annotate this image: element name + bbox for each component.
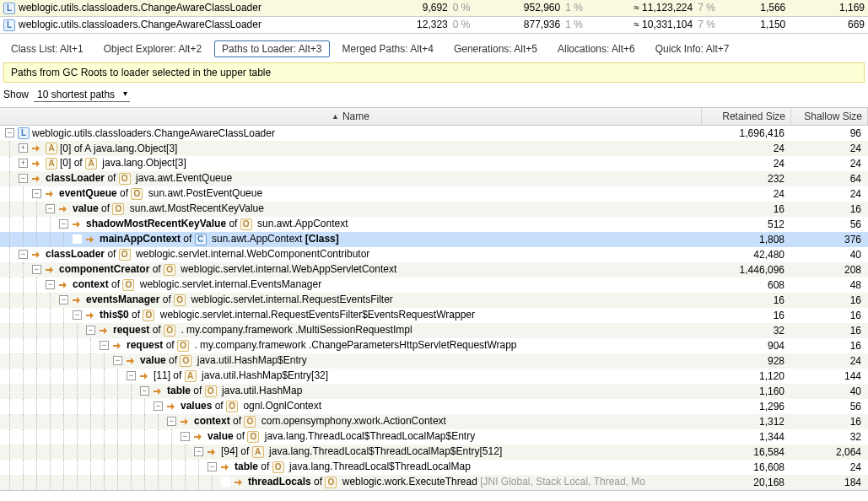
shallow-size: 96 [791,127,868,139]
type-icon: O [164,264,175,276]
collapse-icon[interactable]: − [194,447,203,456]
collapse-icon[interactable]: − [32,265,41,274]
shallow-size: 56 [791,218,868,230]
tree-row[interactable]: −shadowMostRecentKeyValue of O sun.awt.A… [0,217,868,232]
row-label: eventsManager of O weblogic.servlet.inte… [86,294,393,306]
collapse-icon[interactable]: − [181,432,190,441]
show-dropdown[interactable]: 10 shortest paths [34,88,130,102]
type-icon: O [131,188,143,200]
tree-row[interactable]: −table of O java.util.HashMap1,16040 [0,384,868,399]
tree-row[interactable]: −context of O weblogic.servlet.internal.… [0,277,868,293]
shallow-size: 16 [791,310,868,321]
tree-row[interactable]: mainAppContext of C sun.awt.AppContext [… [0,232,868,247]
header-name[interactable]: ▲Name [0,108,702,125]
shallow-size: 144 [791,370,868,382]
tree-row[interactable]: −classLoader of O weblogic.servlet.inter… [0,247,868,262]
expand-icon[interactable]: + [19,143,28,153]
tree-row[interactable]: −value of O java.util.HashMap$Entry92824 [0,353,868,369]
collapse-icon[interactable]: − [5,128,14,137]
retained-size: 904 [702,340,791,352]
tree-row[interactable]: −request of O . my.company.framework .Ch… [0,338,868,353]
expand-icon[interactable]: + [19,159,28,168]
tree-row[interactable]: −context of O com.opensymphony.xwork.Act… [0,414,868,429]
type-icon: O [164,325,175,337]
type-icon: O [240,218,252,230]
retained-size: 32 [702,325,791,337]
collapse-icon[interactable]: − [46,204,55,213]
collapse-icon[interactable]: − [73,310,82,320]
retained-size: 1,296 [702,401,791,412]
retained-size: 16 [702,294,791,306]
collapse-icon[interactable]: − [19,250,28,259]
collapse-icon[interactable]: − [140,386,149,396]
type-icon: O [205,385,217,397]
collapse-icon[interactable]: − [86,326,95,335]
top-class-table[interactable]: Lweblogic.utils.classloaders.ChangeAware… [0,0,868,34]
collapse-icon[interactable]: − [100,341,109,350]
reference-icon [31,249,43,261]
retained-size: 1,808 [702,234,791,245]
collapse-icon[interactable]: − [19,174,28,183]
tab[interactable]: Paths to Loader: Alt+3 [214,40,329,57]
tree-row[interactable]: −eventsManager of O weblogic.servlet.int… [0,293,868,308]
reference-icon [207,446,218,458]
collapse-icon[interactable]: − [127,371,136,380]
top-row[interactable]: Lweblogic.utils.classloaders.ChangeAware… [0,0,868,16]
tree-row[interactable]: −classLoader of O java.awt.EventQueue232… [0,171,868,186]
collapse-icon[interactable]: − [59,295,68,304]
collapse-icon[interactable]: − [113,356,122,365]
tab[interactable]: Quick Info: Alt+7 [648,40,737,57]
tree-row[interactable]: +A[0] of A java.lang.Object[3]2424 [0,141,868,156]
shallow-size: 16 [791,340,868,352]
retained-size: 24 [702,188,791,200]
retained-size: 512 [702,218,791,230]
header-shallow[interactable]: Shallow Size [791,108,868,125]
paths-tree[interactable]: ▲Name Retained Size Shallow Size −Lweblo… [0,107,868,491]
tab[interactable]: Generations: Alt+5 [446,40,545,57]
reference-icon [45,188,57,200]
tree-row[interactable]: −values of O ognl.OgnlContext1,29656 [0,399,868,414]
retained-size: 20,168 [702,477,791,488]
shallow-size: 24 [791,158,868,170]
collapse-icon[interactable]: − [167,417,176,426]
tree-row[interactable]: −Lweblogic.utils.classloaders.ChangeAwar… [0,126,868,141]
reference-icon [31,143,43,154]
reference-icon [220,461,232,473]
row-label: value of O java.util.HashMap$Entry [140,354,307,367]
tree-row[interactable]: threadLocals of O weblogic.work.ExecuteT… [0,475,868,490]
collapse-icon[interactable]: − [154,401,163,411]
reference-icon [31,173,43,185]
collapse-icon[interactable]: − [46,280,55,289]
tree-row[interactable]: −[11] of A java.util.HashMap$Entry[32]1,… [0,369,868,384]
type-icon: O [177,340,189,352]
row-label: [0] of A java.lang.Object[3] [60,143,177,154]
tree-row[interactable]: +A[0] of A java.lang.Object[3]2424 [0,156,868,171]
row-label: values of O ognl.OgnlContext [181,400,321,412]
tree-row[interactable]: −value of O java.lang.ThreadLocal$Thread… [0,429,868,444]
collapse-icon[interactable]: − [59,219,68,229]
header-retained[interactable]: Retained Size [702,108,791,125]
tree-row[interactable]: −eventQueue of O sun.awt.PostEventQueue2… [0,186,868,202]
tree-row[interactable]: −[94] of A java.lang.ThreadLocal$ThreadL… [0,444,868,460]
reference-icon [85,234,97,245]
tab[interactable]: Allocations: Alt+6 [550,40,643,57]
type-icon: O [325,477,337,488]
tree-row[interactable]: −table of O java.lang.ThreadLocal$Thread… [0,460,868,475]
collapse-icon[interactable]: − [208,462,217,471]
shallow-size: 24 [791,143,868,154]
top-row[interactable]: Lweblogic.utils.classloaders.ChangeAware… [0,16,868,33]
tree-row[interactable]: −this$0 of O weblogic.servlet.internal.R… [0,308,868,323]
tab[interactable]: Class List: Alt+1 [3,40,91,57]
tree-row[interactable]: −componentCreator of O weblogic.servlet.… [0,262,868,277]
tab[interactable]: Object Explorer: Alt+2 [96,40,209,57]
row-label: table of O java.util.HashMap [167,385,302,397]
reference-icon [234,477,245,488]
collapse-icon[interactable]: − [32,189,41,198]
tree-row[interactable]: −value of O sun.awt.MostRecentKeyValue16… [0,202,868,217]
reference-icon [58,279,70,291]
tab[interactable]: Merged Paths: Alt+4 [335,40,441,57]
tree-row[interactable]: −request of O . my.company.framework .Mu… [0,323,868,338]
tree-header[interactable]: ▲Name Retained Size Shallow Size [0,108,868,126]
retained-size: 1,160 [702,385,791,397]
row-label: classLoader of O java.awt.EventQueue [46,172,232,185]
